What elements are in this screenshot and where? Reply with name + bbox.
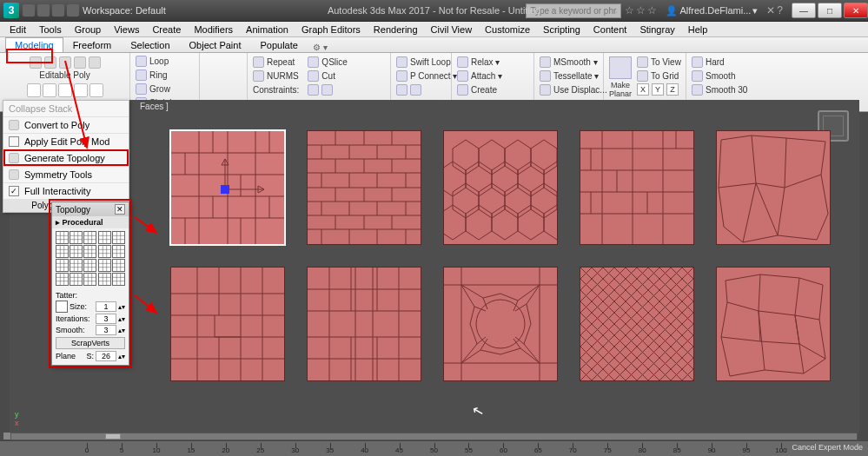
menu-rendering[interactable]: Rendering bbox=[368, 23, 424, 36]
tatter-swatch[interactable] bbox=[56, 301, 68, 313]
topology-tile[interactable] bbox=[443, 130, 558, 245]
paint-icon[interactable] bbox=[410, 84, 421, 96]
ring-icon[interactable] bbox=[136, 69, 147, 81]
workspace-dropdown[interactable]: Workspace: Default bbox=[83, 5, 166, 16]
topology-swatch[interactable] bbox=[98, 245, 111, 258]
menu-graph-editors[interactable]: Graph Editors bbox=[295, 23, 367, 36]
topology-swatch[interactable] bbox=[112, 245, 125, 258]
tab-modeling[interactable]: Modeling bbox=[5, 37, 63, 52]
menu-edit[interactable]: Edit bbox=[3, 23, 32, 36]
qat-undo-icon[interactable] bbox=[23, 4, 35, 17]
axis-x-button[interactable]: X bbox=[637, 83, 649, 96]
star-icon[interactable]: ☆ bbox=[647, 4, 657, 17]
topology-swatch[interactable] bbox=[70, 273, 83, 286]
menu-modifiers[interactable]: Modifiers bbox=[188, 23, 239, 36]
apply-icon[interactable] bbox=[59, 56, 71, 69]
swiftloop-icon[interactable] bbox=[396, 56, 407, 68]
ribbon-config-icon[interactable]: ⚙ ▾ bbox=[313, 43, 328, 52]
scrapverts-button[interactable]: ScrapVerts bbox=[56, 337, 125, 349]
constraint-icon[interactable] bbox=[321, 84, 333, 96]
cancel-expert-mode[interactable]: Cancel Expert Mode bbox=[792, 443, 863, 452]
element-mode-icon[interactable] bbox=[89, 83, 103, 97]
qat-redo-icon[interactable] bbox=[37, 4, 50, 17]
topology-titlebar[interactable]: Topology ✕ bbox=[52, 202, 129, 216]
topology-dialog[interactable]: Topology ✕ ▸ Procedural Tatter: Size: 1▴… bbox=[51, 202, 129, 366]
exchange-icon[interactable]: ✕ bbox=[766, 4, 775, 17]
window-maximize-button[interactable]: □ bbox=[818, 3, 842, 18]
togrid-icon[interactable] bbox=[637, 70, 648, 82]
stack-icon[interactable] bbox=[30, 56, 42, 69]
loop-icon[interactable] bbox=[136, 56, 147, 67]
topology-swatch[interactable] bbox=[56, 231, 69, 244]
topology-swatch[interactable] bbox=[98, 231, 111, 244]
create-icon[interactable] bbox=[457, 84, 468, 96]
menu-stingray[interactable]: Stingray bbox=[633, 23, 680, 36]
topology-swatch[interactable] bbox=[98, 259, 111, 272]
iterations-spinner[interactable]: 3 bbox=[96, 314, 116, 324]
topology-tile[interactable] bbox=[580, 130, 694, 245]
paint-icon[interactable] bbox=[396, 84, 407, 96]
topology-swatch[interactable] bbox=[83, 259, 96, 272]
viewport[interactable]: Faces ] bbox=[10, 100, 859, 433]
topology-swatch[interactable] bbox=[56, 273, 69, 286]
menu-scripting[interactable]: Scripting bbox=[537, 23, 586, 36]
topology-swatch[interactable] bbox=[70, 231, 83, 244]
panel-item-symmetry-tools[interactable]: Symmetry Tools bbox=[3, 166, 129, 182]
topology-tile[interactable] bbox=[170, 267, 285, 381]
relax-icon[interactable] bbox=[457, 56, 468, 68]
menu-customize[interactable]: Customize bbox=[479, 23, 536, 36]
cut-icon[interactable] bbox=[308, 70, 319, 82]
topology-swatch[interactable] bbox=[70, 259, 83, 272]
topology-swatch[interactable] bbox=[83, 273, 96, 286]
star-icon[interactable]: ☆ bbox=[636, 4, 646, 17]
pconnect-icon[interactable] bbox=[396, 70, 407, 82]
topology-swatch[interactable] bbox=[56, 245, 69, 258]
scrollbar-thumb[interactable] bbox=[105, 433, 121, 439]
constraint-icon[interactable] bbox=[308, 84, 319, 96]
panel-item-apply-edit-poly-mod[interactable]: Apply Edit Poly Mod bbox=[3, 133, 129, 149]
help-icon[interactable]: ? bbox=[777, 4, 783, 17]
nurms-icon[interactable] bbox=[253, 70, 264, 82]
menu-views[interactable]: Views bbox=[108, 23, 145, 36]
msmooth-icon[interactable] bbox=[540, 56, 551, 68]
search-input[interactable] bbox=[526, 3, 621, 18]
topology-swatch[interactable] bbox=[98, 273, 111, 286]
topology-swatch[interactable] bbox=[56, 259, 69, 272]
qat-open-icon[interactable] bbox=[67, 4, 79, 17]
menu-help[interactable]: Help bbox=[682, 23, 714, 36]
close-icon[interactable]: ✕ bbox=[115, 204, 125, 215]
size-spinner[interactable]: 1 bbox=[96, 301, 116, 312]
polygon-mode-icon[interactable] bbox=[74, 83, 88, 97]
help-icons[interactable]: ✕ ? bbox=[766, 4, 783, 17]
topology-swatch[interactable] bbox=[112, 231, 125, 244]
time-ruler[interactable]: 0510152025303540455055606570758085909510… bbox=[87, 443, 781, 455]
topology-icon[interactable] bbox=[74, 56, 86, 69]
panel-item-full-interactivity[interactable]: ✓Full Interactivity bbox=[3, 182, 129, 199]
topology-swatch[interactable] bbox=[83, 245, 96, 258]
hard-icon[interactable] bbox=[692, 56, 703, 68]
infocenter-icons[interactable]: ☆ ☆ ☆ bbox=[625, 4, 657, 17]
window-close-button[interactable]: ✕ bbox=[844, 3, 868, 18]
menu-group[interactable]: Group bbox=[69, 23, 108, 36]
menu-animation[interactable]: Animation bbox=[240, 23, 295, 36]
window-minimize-button[interactable]: — bbox=[792, 3, 816, 18]
smooth30-icon[interactable] bbox=[692, 84, 703, 96]
menu-tools[interactable]: Tools bbox=[33, 23, 68, 36]
topology-tile[interactable] bbox=[580, 267, 694, 381]
topology-swatch[interactable] bbox=[70, 245, 83, 258]
make-planar-icon[interactable] bbox=[609, 56, 632, 79]
topology-tile[interactable] bbox=[170, 130, 285, 245]
topology-tile[interactable] bbox=[307, 130, 421, 245]
panel-item-generate-topology[interactable]: Generate Topology bbox=[3, 149, 129, 166]
topology-tile[interactable] bbox=[443, 267, 558, 381]
quick-access-toolbar[interactable] bbox=[23, 4, 79, 17]
symmetry-icon[interactable] bbox=[89, 56, 101, 69]
displace-icon[interactable] bbox=[540, 84, 551, 96]
topology-swatch[interactable] bbox=[112, 273, 125, 286]
smooth-icon[interactable] bbox=[692, 70, 703, 82]
toview-icon[interactable] bbox=[637, 56, 648, 68]
star-icon[interactable]: ☆ bbox=[625, 4, 634, 17]
attach-icon[interactable] bbox=[457, 70, 468, 82]
axis-y-button[interactable]: Y bbox=[652, 83, 664, 96]
vertex-mode-icon[interactable] bbox=[27, 83, 41, 97]
